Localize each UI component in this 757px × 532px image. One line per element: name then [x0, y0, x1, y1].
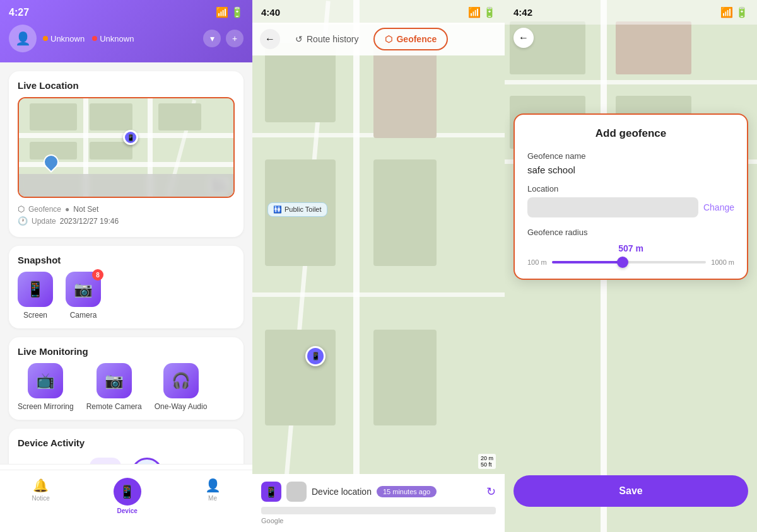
snapshot-camera-item[interactable]: 📷 8 Camera [66, 272, 101, 320]
me-label: Me [208, 495, 217, 502]
toilet-label: 🚻 Public Toilet [267, 202, 327, 217]
snapshot-title: Snapshot [18, 255, 235, 265]
camera2-icon-symbol: 📷 [105, 372, 124, 390]
remote-camera-item[interactable]: 📷 Remote Camera [86, 363, 142, 411]
time-panel2: 4:40 [261, 7, 280, 18]
tab-geofence[interactable]: ⬡ Geofence [373, 28, 448, 50]
screen-mirroring-icon: 📺 [28, 363, 63, 398]
panel1-header: 4:27 📶 🔋 👤 Unknown Unknown [0, 0, 252, 62]
snapshot-card: Snapshot 📱 Screen 📷 8 Camera [9, 246, 244, 328]
toilet-icon: 🚻 [273, 205, 282, 214]
notice-label: Notice [32, 495, 49, 502]
p3-signal-icon: 📶 [720, 6, 733, 18]
dropdown-button[interactable]: ▾ [203, 30, 221, 47]
snapshot-camera-label: Camera [70, 311, 97, 320]
remote-camera-label: Remote Camera [86, 402, 142, 411]
change-location-button[interactable]: Change [703, 202, 734, 212]
device-location-label: Device location [312, 487, 372, 497]
status-bar-panel3: 4:42 📶 🔋 [505, 0, 757, 25]
tab-route-history[interactable]: ↺ Route history [285, 29, 368, 49]
nav-notice[interactable]: 🔔 Notice [19, 475, 62, 517]
camera-icon-symbol: 📷 [74, 280, 93, 298]
user2-label-item: Unknown [92, 34, 134, 43]
radius-min-label: 100 m [527, 258, 547, 266]
status-bar-panel1: 4:27 📶 🔋 [9, 6, 244, 18]
geofence-radius-value: 507 m [527, 243, 734, 253]
device-activity-icon2[interactable]: 📱 [131, 458, 163, 464]
one-way-audio-label: One-Way Audio [155, 402, 208, 411]
panel-add-geofence: 4:42 📶 🔋 ← Add geofence Geofence name sa… [505, 0, 757, 532]
live-monitoring-title: Live Monitoring [18, 346, 235, 357]
one-way-audio-icon: 🎧 [163, 363, 199, 398]
refresh-button[interactable]: ↻ [486, 485, 496, 499]
nav-bar: 🔔 Notice 📱 Device 👤 Me [0, 470, 252, 519]
update-label: Update [32, 217, 56, 226]
header-controls: ▾ + [203, 30, 244, 47]
geofence-name-label: Geofence name [527, 151, 734, 161]
geofence-panel: Add geofence Geofence name safe school L… [513, 113, 748, 280]
p3-battery-icon: 🔋 [736, 6, 748, 18]
radius-slider-thumb[interactable] [617, 257, 628, 268]
live-location-title: Live Location [18, 80, 235, 91]
status-bar-panel2: 4:40 📶 🔋 [252, 0, 505, 25]
geofence-radius-label: Geofence radius [527, 228, 734, 237]
device-icon-btn: 📱 [261, 482, 281, 502]
device-icon: 📱 [119, 484, 135, 499]
radius-slider-row: 100 m 1000 m [527, 258, 734, 266]
screen-mirroring-item[interactable]: 📺 Screen Mirroring [18, 363, 74, 411]
notice-icon: 🔔 [33, 478, 49, 493]
update-meta: 🕐 Update 2023/12/27 19:46 [18, 216, 235, 226]
screen-mirroring-label: Screen Mirroring [18, 402, 74, 411]
geofence-label: Geofence [28, 205, 61, 214]
radius-slider-track[interactable] [552, 261, 707, 263]
live-location-map[interactable]: 📱 50 m 200 ft [18, 97, 235, 198]
snapshot-grid: 📱 Screen 📷 8 Camera [18, 272, 235, 320]
bottom-nav: 🔔 Notice 📱 Device 👤 Me [0, 464, 252, 532]
toilet-label-text: Public Toilet [285, 205, 322, 213]
clock-icon: 🕐 [18, 216, 28, 226]
device-activity-icon1[interactable]: 📊 [90, 458, 121, 464]
geofence-name-value: safe school [527, 165, 734, 175]
update-value: 2023/12/27 19:46 [60, 217, 119, 226]
snapshot-screen-label: Screen [23, 311, 47, 320]
device-map-pin: 📱 [305, 346, 326, 366]
device-label: Device [117, 507, 138, 514]
panel1-content: Live Location 📱 [0, 62, 252, 464]
add-geofence-title: Add geofence [527, 127, 734, 140]
signal-icon: 📶 [216, 6, 228, 18]
map-scale-panel2: 20 m 50 ft [478, 454, 496, 469]
geofence-tab-label: Geofence [396, 34, 437, 44]
user1-label-item: Unknown [43, 34, 85, 43]
snapshot-screen-item[interactable]: 📱 Screen [18, 272, 53, 320]
panel2-map[interactable]: 🚻 Public Toilet 📱 20 m 50 ft [252, 0, 505, 532]
one-way-audio-item[interactable]: 🎧 One-Way Audio [155, 363, 208, 411]
live-location-card: Live Location 📱 [9, 71, 244, 237]
panel3-back-button[interactable]: ← [513, 28, 534, 48]
panel2-bottom-info: 📱 Device location 15 minutes ago ↻ Googl… [252, 474, 505, 532]
nav-me[interactable]: 👤 Me [192, 475, 233, 517]
panel2-back-button[interactable]: ← [260, 29, 280, 49]
camera-badge: 8 [92, 269, 103, 280]
location-blur [527, 197, 698, 217]
user1-label: Unknown [50, 34, 85, 43]
geofence-tab-icon: ⬡ [385, 34, 392, 44]
add-button[interactable]: + [226, 30, 244, 47]
panel-route-history: 4:40 📶 🔋 ← ↺ Route history ⬡ Geofence [252, 0, 505, 532]
location-row: Change [527, 197, 734, 217]
route-history-icon: ↺ [295, 34, 303, 44]
google-label: Google [261, 514, 496, 524]
me-icon: 👤 [205, 478, 221, 493]
panel2-top-bar: ← ↺ Route history ⬡ Geofence [252, 23, 505, 55]
radius-max-label: 1000 m [711, 258, 734, 266]
user-labels: Unknown Unknown [43, 34, 134, 43]
geofence-location-label: Location [527, 184, 734, 194]
address-blur [261, 507, 496, 514]
nav-device[interactable]: 📱 Device [101, 475, 154, 517]
user-info: Unknown Unknown [43, 34, 134, 43]
save-geofence-button[interactable]: Save [513, 475, 748, 507]
live-monitoring-grid: 📺 Screen Mirroring 📷 Remote Camera 🎧 One… [18, 363, 235, 411]
time-ago-badge: 15 minutes ago [377, 486, 437, 497]
p2-signal-icon: 📶 [468, 6, 481, 18]
geofence-value: Not Set [73, 205, 98, 214]
status-icons-panel1: 📶 🔋 [216, 6, 244, 18]
